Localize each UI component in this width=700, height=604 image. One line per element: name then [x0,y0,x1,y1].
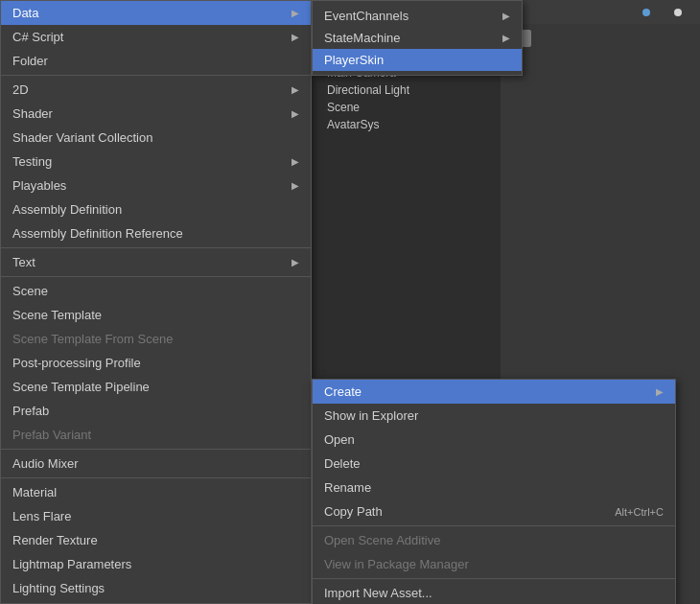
main-menu-item-material[interactable]: Material [1,480,311,504]
main-menu-list: Data▶C# Script▶Folder2D▶Shader▶Shader Va… [1,1,311,600]
menu-divider [1,276,311,277]
create-menu: Create▶Show in ExplorerOpenDeleteRenameC… [312,379,676,604]
menu-item-label: Audio Mixer [12,456,299,471]
main-menu-item-text[interactable]: Text▶ [1,250,311,274]
menu-item-label: Scene Template From Scene [12,332,299,346]
main-menu: Data▶C# Script▶Folder2D▶Shader▶Shader Va… [0,0,312,604]
menu-item-label: Scene [12,284,299,298]
tab-lighting[interactable] [665,0,696,24]
menu-item-label: Render Texture [12,533,299,547]
menu-divider [1,449,311,450]
menu-item-label: Lens Flare [12,509,299,523]
menu-item-label: Assembly Definition [12,202,299,217]
submenu-item-label: StateMachine [324,31,502,45]
main-menu-item-shadervariant[interactable]: Shader Variant Collection [1,126,311,150]
menu-divider [313,525,675,526]
main-menu-item-csharp[interactable]: C# Script▶ [1,25,311,49]
menu-item-label: Folder [12,54,299,68]
create-menu-item-open[interactable]: Open [313,428,675,452]
main-menu-item-lensflare[interactable]: Lens Flare [1,504,311,528]
menu-divider [313,578,675,579]
submenu-arrow-icon: ▶ [292,180,299,191]
data-submenu-item-statemachine[interactable]: StateMachine▶ [313,27,522,49]
menu-item-label: Testing [12,154,284,169]
main-menu-item-rendertexture[interactable]: Render Texture [1,528,311,552]
menu-item-label: Playables [12,178,284,193]
main-menu-item-postprocessing[interactable]: Post-processing Profile [1,351,311,375]
scene-hierarchy-item[interactable]: Scene [312,99,501,116]
main-menu-item-data[interactable]: Data▶ [1,1,311,25]
main-menu-item-lightmapparams[interactable]: Lightmap Parameters [1,552,311,576]
main-menu-item-playables[interactable]: Playables▶ [1,174,311,197]
menu-item-label: C# Script [12,30,284,44]
menu-item-label: Rename [324,480,664,495]
create-menu-list: Create▶Show in ExplorerOpenDeleteRenameC… [313,380,675,604]
submenu-item-label: EventChannels [324,9,502,23]
main-menu-item-testing[interactable]: Testing▶ [1,150,311,174]
menu-item-label: Open Scene Additive [324,533,664,547]
data-submenu-item-playerskin[interactable]: PlayerSkin [313,49,522,71]
submenu-item-label: PlayerSkin [324,53,510,67]
submenu-arrow-icon: ▶ [292,156,299,167]
main-menu-item-prefabvariant: Prefab Variant [1,423,311,447]
menu-item-label: Copy Path [324,504,595,519]
menu-item-label: Lightmap Parameters [12,557,299,571]
create-menu-item-copypath[interactable]: Copy PathAlt+Ctrl+C [313,499,675,523]
lighting-icon [674,9,682,16]
menu-item-label: Import New Asset... [324,586,664,600]
data-submenu-list: EventChannels▶StateMachine▶PlayerSkin [313,5,522,71]
scene-hierarchy-item[interactable]: Directional Light [312,81,501,99]
top-tabs [633,0,696,24]
data-submenu-item-eventchannels[interactable]: EventChannels▶ [313,5,522,27]
menu-divider [1,247,311,248]
menu-item-label: Text [12,255,284,269]
scene-hierarchy-item[interactable]: AvatarSys [312,116,501,133]
player-skin-header [501,24,700,53]
main-menu-item-shader[interactable]: Shader▶ [1,102,311,126]
main-menu-item-scenetemplateFromScene: Scene Template From Scene [1,327,311,351]
main-menu-item-assemblydefinition[interactable]: Assembly Definition [1,197,311,221]
submenu-arrow-icon: ▶ [502,11,510,21]
main-menu-item-prefab[interactable]: Prefab [1,399,311,423]
create-menu-item-create[interactable]: Create▶ [313,380,675,404]
create-menu-item-opensceneadditive: Open Scene Additive [313,528,675,552]
menu-item-label: Prefab Variant [12,428,299,442]
create-menu-item-showExplorer[interactable]: Show in Explorer [313,404,675,428]
main-menu-item-scenetemplate[interactable]: Scene Template [1,303,311,327]
menu-item-label: Delete [324,456,664,471]
submenu-arrow-icon: ▶ [292,108,299,119]
create-menu-item-importnewasset[interactable]: Import New Asset... [313,581,675,604]
menu-item-label: Show in Explorer [324,408,664,423]
create-menu-item-rename[interactable]: Rename [313,476,675,499]
menu-item-label: Prefab [12,404,299,418]
submenu-arrow-icon: ▶ [292,84,299,95]
main-menu-item-folder[interactable]: Folder [1,49,311,73]
create-menu-item-viewinpackagemanager: View in Package Manager [313,552,675,576]
menu-item-label: Shader [12,106,284,121]
menu-item-shortcut: Alt+Ctrl+C [615,506,664,518]
submenu-arrow-icon: ▶ [292,257,299,267]
menu-item-label: Lighting Settings [12,581,299,595]
menu-item-label: Data [12,6,284,20]
menu-item-label: Material [12,485,299,499]
menu-item-label: Create [324,384,648,399]
menu-item-label: Scene Template Pipeline [12,380,299,394]
submenu-arrow-icon: ▶ [292,32,299,42]
main-menu-item-audiomixer[interactable]: Audio Mixer [1,452,311,476]
tab-inspector[interactable] [633,0,665,24]
main-menu-item-2d[interactable]: 2D▶ [1,78,311,102]
inspector-icon [642,9,650,16]
submenu-arrow-icon: ▶ [292,8,299,18]
main-menu-item-assemblydefinitionref[interactable]: Assembly Definition Reference [1,221,311,245]
menu-divider [1,75,311,76]
main-menu-item-scenetemplatepipeline[interactable]: Scene Template Pipeline [1,375,311,399]
menu-item-label: View in Package Manager [324,557,664,571]
data-submenu: EventChannels▶StateMachine▶PlayerSkin [312,0,523,76]
menu-item-label: 2D [12,82,284,97]
menu-item-label: Shader Variant Collection [12,130,299,145]
main-menu-item-scene[interactable]: Scene [1,279,311,303]
main-menu-item-lightingsettings[interactable]: Lighting Settings [1,576,311,600]
submenu-arrow-icon: ▶ [502,33,510,43]
menu-item-label: Post-processing Profile [12,356,299,370]
create-menu-item-delete[interactable]: Delete [313,452,675,476]
